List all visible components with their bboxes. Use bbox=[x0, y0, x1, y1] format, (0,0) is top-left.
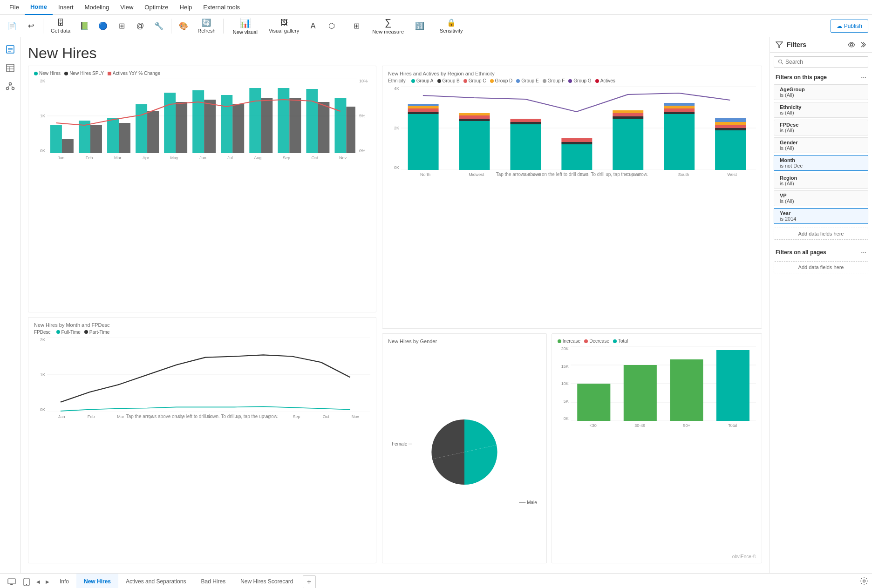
filter-gender[interactable]: Gender is (All) bbox=[774, 137, 868, 153]
legend-dot-new-hires bbox=[34, 72, 38, 75]
menu-bar: File Home Insert Modeling View Optimize … bbox=[0, 0, 872, 15]
menu-help[interactable]: Help bbox=[174, 0, 198, 15]
legend-total: Total bbox=[613, 338, 628, 344]
svg-rect-19 bbox=[136, 104, 147, 153]
page-filters-title: Filters on this page ··· bbox=[770, 71, 872, 83]
svg-rect-4 bbox=[7, 64, 14, 72]
menu-file[interactable]: File bbox=[4, 0, 25, 15]
legend-new-hires: New Hires bbox=[34, 71, 61, 76]
all-filters-menu-icon[interactable]: ··· bbox=[861, 249, 866, 257]
ribbon-datasource-btn[interactable]: @ bbox=[132, 20, 149, 32]
chart5-area: 20K 15K 10K 5K 0K bbox=[558, 346, 756, 421]
new-visual-label: New visual bbox=[233, 29, 258, 35]
filter-fpdesc[interactable]: FPDesc is (All) bbox=[774, 120, 868, 135]
tab-info[interactable]: Info bbox=[52, 574, 76, 588]
chart2-legend: Ethnicity Group A Group B Group C Group … bbox=[388, 78, 756, 83]
svg-rect-56 bbox=[561, 144, 592, 170]
svg-rect-52 bbox=[459, 113, 490, 115]
svg-rect-36 bbox=[318, 102, 329, 153]
ribbon-get-data-btn[interactable]: 🗄 Get data bbox=[47, 17, 74, 35]
filter-year[interactable]: Year is 2014 bbox=[774, 208, 868, 224]
tab-nav-right[interactable]: ▶ bbox=[43, 577, 52, 587]
chart3-area: 2K 1K 0K bbox=[34, 338, 370, 412]
menu-view[interactable]: View bbox=[115, 0, 139, 15]
svg-rect-0 bbox=[7, 46, 14, 53]
ribbon-new-btn[interactable]: 📄 bbox=[4, 20, 20, 32]
refresh-label: Refresh bbox=[198, 28, 216, 34]
legend-grpd: Group D bbox=[490, 78, 513, 83]
svg-rect-48 bbox=[408, 104, 439, 106]
get-data-label: Get data bbox=[51, 28, 70, 34]
ribbon-visual-gallery-btn[interactable]: 🖼 Visual gallery bbox=[265, 17, 303, 35]
tab-bad-hires[interactable]: Bad Hires bbox=[193, 574, 233, 588]
tab-actives-separations[interactable]: Actives and Separations bbox=[118, 574, 193, 588]
menu-external-tools[interactable]: External tools bbox=[198, 0, 245, 15]
canvas-area: New Hires New Hires New Hires SPLY bbox=[20, 37, 770, 573]
ribbon-theme-btn[interactable]: 🎨 bbox=[175, 20, 192, 32]
svg-rect-16 bbox=[50, 125, 62, 153]
svg-rect-46 bbox=[408, 108, 439, 112]
svg-line-11 bbox=[7, 85, 10, 88]
chart2-title: New Hires and Actives by Region and Ethn… bbox=[388, 71, 756, 76]
ribbon-new-visual-btn[interactable]: 📊 New visual bbox=[227, 15, 263, 37]
svg-rect-37 bbox=[346, 107, 355, 153]
phone-icon bbox=[23, 578, 30, 586]
chevrons-right-icon[interactable] bbox=[859, 41, 866, 48]
view-mode-phone[interactable] bbox=[20, 578, 34, 586]
shapes-icon: ⬡ bbox=[328, 21, 335, 30]
ribbon-enter-data-btn[interactable]: ⊞ bbox=[113, 20, 130, 32]
tab-nav-left[interactable]: ◀ bbox=[34, 577, 43, 587]
settings-icon[interactable] bbox=[860, 577, 868, 587]
ribbon-calc-icon-btn[interactable]: 🔢 bbox=[411, 20, 428, 32]
ribbon-calculated-table-btn[interactable]: ⊞ bbox=[348, 20, 365, 32]
chart3-legend: FPDesc Full-Time Part-Time bbox=[34, 330, 370, 335]
tab-scorecard[interactable]: New Hires Scorecard bbox=[233, 574, 300, 588]
ribbon-refresh-btn[interactable]: 🔄 Refresh bbox=[194, 16, 219, 35]
tab-add-button[interactable]: + bbox=[303, 575, 316, 588]
menu-modeling[interactable]: Modeling bbox=[79, 0, 115, 15]
visual-gallery-label: Visual gallery bbox=[269, 28, 299, 34]
filter-agegroup[interactable]: AgeGroup is (All) bbox=[774, 84, 868, 100]
filter-search-input[interactable] bbox=[785, 59, 864, 65]
svg-rect-45 bbox=[408, 112, 439, 114]
publish-label: Publish bbox=[844, 23, 862, 29]
tab-new-hires[interactable]: New Hires bbox=[76, 574, 118, 588]
eye-icon[interactable] bbox=[848, 41, 855, 48]
menu-insert[interactable]: Insert bbox=[53, 0, 79, 15]
menu-home[interactable]: Home bbox=[25, 0, 53, 15]
filter-ethnicity[interactable]: Ethnicity is (All) bbox=[774, 102, 868, 118]
svg-marker-82 bbox=[776, 42, 783, 47]
ribbon-undo-btn[interactable]: ↩ bbox=[22, 20, 39, 32]
svg-point-10 bbox=[12, 88, 14, 90]
ribbon-publish-btn[interactable]: ☁ Publish bbox=[831, 20, 868, 33]
left-icon-model[interactable] bbox=[2, 78, 19, 95]
left-icon-table[interactable] bbox=[2, 60, 19, 76]
ribbon-shapes-btn[interactable]: ⬡ bbox=[323, 20, 340, 32]
add-data-fields-page[interactable]: Add data fields here bbox=[774, 228, 868, 240]
filter-search-box[interactable] bbox=[774, 56, 868, 68]
view-mode-report[interactable] bbox=[4, 578, 20, 586]
filter-month[interactable]: Month is not Dec bbox=[774, 155, 868, 171]
add-data-fields-all[interactable]: Add data fields here bbox=[774, 261, 868, 273]
menu-optimize[interactable]: Optimize bbox=[139, 0, 174, 15]
ribbon-text-btn[interactable]: A bbox=[305, 20, 321, 32]
chart4-title: New Hires by Gender bbox=[388, 338, 541, 344]
filters-header: Filters bbox=[770, 37, 872, 53]
svg-point-90 bbox=[26, 584, 27, 585]
page-filters-menu-icon[interactable]: ··· bbox=[861, 74, 866, 81]
filter-region[interactable]: Region is (All) bbox=[774, 173, 868, 189]
search-icon bbox=[778, 59, 783, 65]
ribbon-new-measure-btn[interactable]: ∑ New measure bbox=[367, 15, 409, 36]
filter-vp[interactable]: VP is (All) bbox=[774, 190, 868, 206]
ribbon-transform-btn[interactable]: 🔧 bbox=[150, 20, 167, 32]
left-icon-report[interactable] bbox=[2, 41, 19, 58]
legend-parttime: Part-Time bbox=[84, 330, 110, 335]
ribbon-excel-btn[interactable]: 📗 bbox=[76, 20, 93, 32]
svg-rect-49 bbox=[459, 121, 490, 170]
calc-table-icon: ⊞ bbox=[354, 21, 360, 30]
svg-rect-47 bbox=[408, 106, 439, 108]
ribbon-sensitivity-btn[interactable]: 🔒 Sensitivity bbox=[436, 16, 467, 35]
svg-rect-71 bbox=[715, 122, 746, 125]
legend-grpg: Group G bbox=[568, 78, 591, 83]
ribbon-sql-btn[interactable]: 🔵 bbox=[95, 20, 111, 32]
